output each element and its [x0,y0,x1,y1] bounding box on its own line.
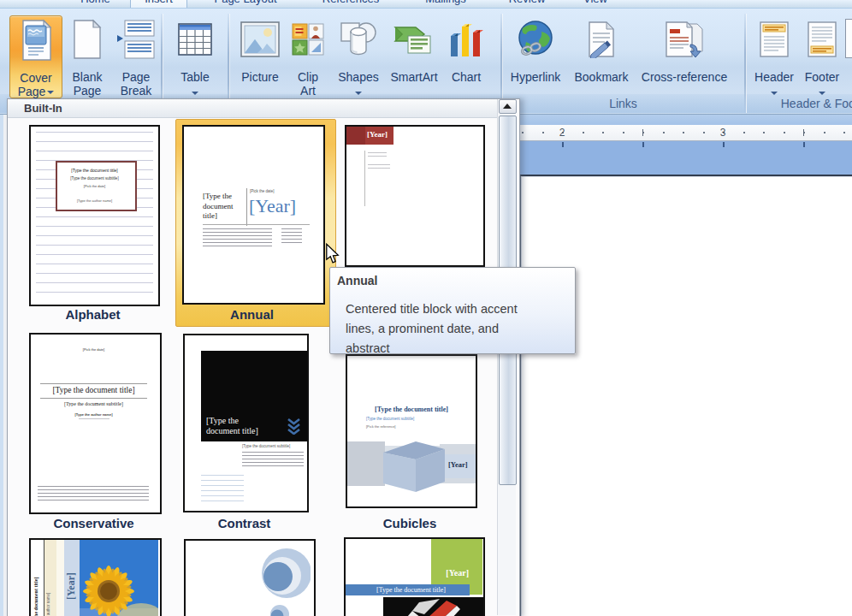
smartart-button[interactable]: SmartArt [387,15,441,97]
alphabet-thumbnail: [Type the document title] [Type the docu… [29,125,160,306]
tab-mailings[interactable]: Mailings [415,0,476,6]
austere-vline [364,151,365,206]
tab-page-layout[interactable]: Page Layout [203,0,288,6]
tab-home[interactable]: Home [71,0,120,6]
group-label-header-footer: Header & Footer [746,97,852,110]
table-label: Table [169,70,221,84]
conservative-rule-bottom [40,398,147,399]
gallery-section-header-label: Built-In [24,102,62,115]
footer-button[interactable]: Footer [801,15,843,97]
table-button[interactable]: Table [169,15,221,97]
gallery-section-header: Built-In [8,99,497,118]
footer-label: Footer [801,70,843,84]
contrast-subtitle: [Type the document subtitle] [242,444,302,448]
clip-art-label-1: Clip [287,70,328,84]
page-break-button[interactable]: Page Break [112,15,160,97]
picture-label: Picture [236,70,284,84]
tab-view[interactable]: View [575,0,616,6]
clip-art-label-2: Art [287,84,328,98]
contrast-chevrons-icon [287,418,301,435]
tab-review[interactable]: Review [500,0,553,6]
page-break-icon [112,15,160,63]
austere-year: [Year] [367,130,393,139]
annual-title: [Type the document title] [203,192,242,222]
cover-page-button[interactable]: Cover Page [9,15,62,98]
hyperlink-icon [506,15,565,63]
smartart-label: SmartArt [387,70,441,84]
cubicles-year: [Year] [448,460,479,469]
contrast-thumbnail: [Type the document title] [Type the docu… [183,334,309,512]
conservative-title: [Type the document title] [35,386,152,394]
shapes-icon [334,15,383,63]
conservative-date-line [79,418,109,422]
austere-detail-lines [368,164,390,169]
austere-red-block: [Year] [365,127,393,145]
shapes-dropdown-arrow [334,85,383,90]
ruler-eighth-dots [518,132,852,133]
mod-year-band: [Year] [64,540,80,616]
hyperlink-button[interactable]: Hyperlink [506,15,565,97]
annual-divider-line [246,188,247,226]
tiles-photo [383,597,483,616]
cover-page-dropdown-arrow-icon [47,91,54,94]
contrast-blue-lines [201,475,244,502]
mod-pale-band [56,540,64,616]
bookmark-button[interactable]: Bookmark [570,15,633,97]
shapes-button[interactable]: Shapes [334,15,383,97]
tab-references[interactable]: References [314,0,388,6]
shapes-dropdown-arrow-icon [355,92,362,95]
annual-abstract-text [203,228,272,246]
tiles-year: [Year] [435,568,469,578]
header-button[interactable]: Header [751,15,797,97]
cross-reference-label: Cross-reference [636,70,732,84]
ruler-margin-tick [642,142,644,147]
contrast-label: Contrast [183,516,305,530]
blank-page-label-1: Blank [62,70,112,84]
page-break-label-1: Page [112,70,160,84]
alphabet-subtitle: [Type the document subtitle] [59,176,130,181]
mod-thumbnail: [Type the document title] [Type the auth… [29,538,162,616]
group-divider [744,14,747,113]
picture-icon [236,15,284,63]
tab-insert[interactable]: Insert [130,0,187,8]
alphabet-line4: [Type the author name] [59,198,130,203]
tiles-title: [Type the document title] [376,586,469,594]
cubicles-thumbnail: [Type the document title] [Type the docu… [346,354,477,508]
annual-thumbnail: [Type the document title] [Pick the date… [182,125,325,305]
ribbon-tab-strip: Home Insert Page Layout References Maili… [0,0,852,8]
annual-year: [Year] [249,195,317,217]
ruler-number-3: 3 [719,127,727,139]
ruler-margin-tick [562,142,564,147]
mouse-cursor-arrow [325,243,340,265]
bookmark-label: Bookmark [570,70,633,84]
mod-sunflower-photo [80,540,158,616]
contrast-abstract [242,452,304,469]
chart-label: Chart [445,70,488,84]
conservative-subtitle: [Type the document subtitle] [39,401,148,406]
alphabet-label: Alphabet [29,307,157,322]
supertip-description: Centered title block with accent lines, … [346,299,568,358]
conservative-abstract [38,486,149,500]
blank-page-label-2: Page [62,84,112,98]
gallery-scrollbar-up-button[interactable] [499,99,517,114]
chart-icon [445,15,488,63]
motion-thumbnail [184,539,316,616]
smartart-icon [387,15,441,63]
cross-reference-button[interactable]: Cross-reference [636,15,732,97]
mod-title-vertical: [Type the document title] [33,540,44,616]
chart-button[interactable]: Chart [445,15,488,97]
table-dropdown-arrow-icon [192,92,198,95]
table-icon [169,15,221,63]
conservative-rule-top [40,383,147,384]
ruler-number-2: 2 [558,127,566,139]
document-page[interactable] [520,175,852,616]
cover-page-label-2: Page [10,85,62,98]
picture-button[interactable]: Picture [236,15,284,97]
austere-red-block-left [346,127,365,145]
hyperlink-label: Hyperlink [506,70,565,84]
ruler-margin-tick [803,142,805,147]
blank-page-button[interactable]: Blank Page [62,15,112,97]
footer-dropdown-arrow-icon [819,92,825,95]
clip-art-button[interactable]: Clip Art [287,15,328,97]
alphabet-squiggle-lines [36,132,153,299]
